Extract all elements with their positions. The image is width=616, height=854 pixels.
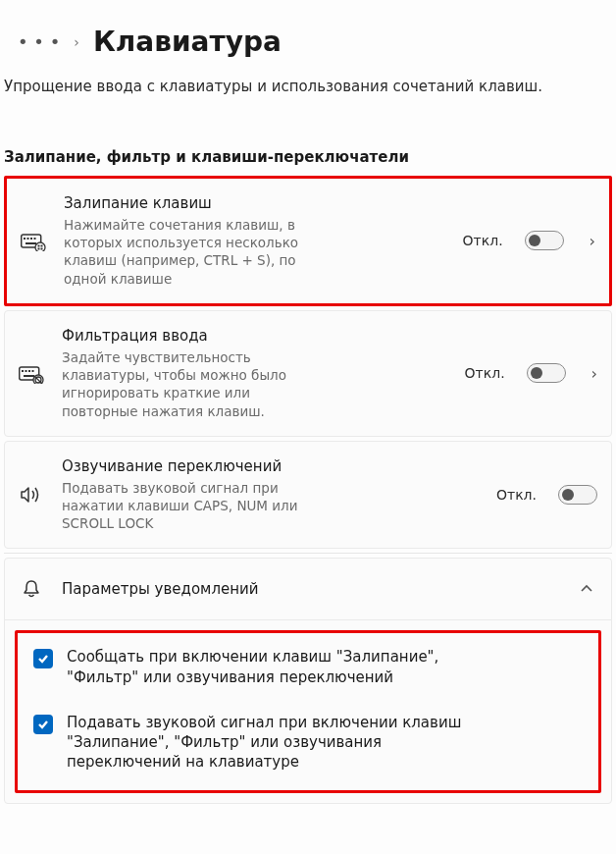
notify-message-checkbox[interactable] xyxy=(33,649,53,668)
svg-rect-8 xyxy=(41,245,43,247)
notify-message-row[interactable]: Сообщать при включении клавиш "Залипание… xyxy=(33,647,583,687)
chevron-right-icon[interactable]: › xyxy=(591,364,597,383)
notify-sound-label: Подавать звуковой сигнал при включении к… xyxy=(67,713,479,773)
filter-keys-toggle[interactable] xyxy=(527,363,566,383)
sticky-keys-title: Залипание клавиш xyxy=(64,194,441,212)
breadcrumb-ellipsis[interactable]: • • • xyxy=(18,31,60,52)
svg-rect-9 xyxy=(38,248,40,250)
page-title: Клавиатура xyxy=(93,26,282,58)
keyboard-filter-icon xyxy=(19,362,44,384)
svg-rect-3 xyxy=(30,238,32,240)
svg-rect-15 xyxy=(32,370,34,372)
breadcrumb: • • • › Клавиатура xyxy=(0,0,616,68)
toggle-keys-toggle[interactable] xyxy=(558,485,597,505)
svg-rect-16 xyxy=(24,375,34,377)
notification-settings-header[interactable]: Параметры уведомлений xyxy=(5,559,611,619)
chevron-right-icon[interactable]: › xyxy=(590,232,595,250)
svg-rect-4 xyxy=(34,238,36,240)
toggle-keys-title: Озвучивание переключений xyxy=(62,457,475,475)
notify-sound-checkbox[interactable] xyxy=(33,715,53,734)
sticky-keys-desc: Нажимайте сочетания клавиш, в которых ис… xyxy=(64,216,299,288)
notify-message-label: Сообщать при включении клавиш "Залипание… xyxy=(67,647,479,687)
breadcrumb-separator: › xyxy=(74,34,79,50)
sticky-keys-state: Откл. xyxy=(463,233,503,248)
toggle-keys-state: Откл. xyxy=(496,487,537,503)
notification-options-highlight: Сообщать при включении клавиш "Залипание… xyxy=(15,630,601,792)
svg-rect-10 xyxy=(41,248,43,250)
filter-keys-desc: Задайте чувствительность клавиатуры, что… xyxy=(62,348,297,420)
filter-keys-title: Фильтрация ввода xyxy=(62,327,443,345)
bell-icon xyxy=(19,578,44,600)
divider xyxy=(4,553,612,554)
filter-keys-card[interactable]: Фильтрация ввода Задайте чувствительност… xyxy=(4,310,612,437)
page-subtitle: Упрощение ввода с клавиатуры и использов… xyxy=(0,68,616,95)
svg-rect-5 xyxy=(26,242,36,244)
notification-settings-expander: Параметры уведомлений Сообщать при включ… xyxy=(4,558,612,803)
section-heading: Залипание, фильтр и клавиши-переключател… xyxy=(0,95,616,176)
svg-rect-13 xyxy=(26,370,27,372)
svg-rect-2 xyxy=(27,238,29,240)
svg-point-6 xyxy=(35,242,45,251)
toggle-keys-card[interactable]: Озвучивание переключений Подавать звуков… xyxy=(4,441,612,550)
svg-rect-1 xyxy=(24,238,26,240)
svg-rect-12 xyxy=(22,370,24,372)
sticky-keys-toggle[interactable] xyxy=(525,231,564,250)
svg-rect-7 xyxy=(38,245,40,247)
notify-sound-row[interactable]: Подавать звуковой сигнал при включении к… xyxy=(33,713,583,773)
sound-icon xyxy=(19,485,44,505)
sticky-keys-card[interactable]: Залипание клавиш Нажимайте сочетания кла… xyxy=(4,176,612,306)
chevron-up-icon[interactable] xyxy=(580,581,593,597)
toggle-keys-desc: Подавать звуковой сигнал при нажатии кла… xyxy=(62,479,336,533)
svg-rect-14 xyxy=(28,370,30,372)
filter-keys-state: Откл. xyxy=(465,365,505,381)
keyboard-sticky-icon xyxy=(21,230,46,251)
notification-settings-title: Параметры уведомлений xyxy=(62,580,562,598)
